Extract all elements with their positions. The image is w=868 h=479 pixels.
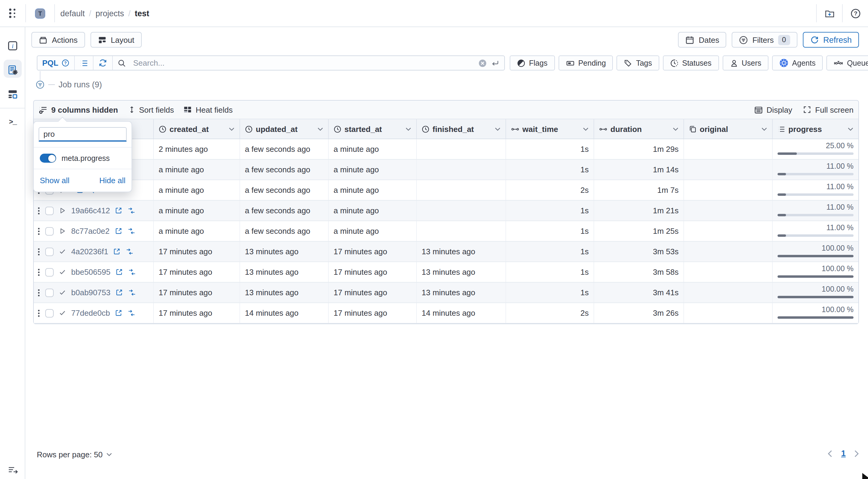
compare-run-icon[interactable] <box>128 288 136 297</box>
auto-refresh-button[interactable] <box>93 56 112 70</box>
row-checkbox[interactable] <box>45 247 54 256</box>
run-id-link[interactable]: b0ab90753 <box>71 288 111 297</box>
table-row[interactable]: 19a66c412 a minute ago a few seconds ago… <box>34 201 858 221</box>
header-started-at[interactable]: started_at <box>329 119 417 139</box>
run-id-link[interactable]: 19a66c412 <box>71 206 110 215</box>
table-row[interactable]: 8c77ac0e2 a minute ago a few seconds ago… <box>34 221 858 242</box>
flags-button[interactable]: Flags <box>510 56 555 70</box>
open-run-icon[interactable] <box>113 248 121 255</box>
breadcrumb-projects[interactable]: projects <box>96 9 124 18</box>
cell-progress: 11.00 % <box>773 201 858 220</box>
header-duration[interactable]: duration <box>594 119 684 139</box>
open-run-icon[interactable] <box>115 309 123 317</box>
compare-run-icon[interactable] <box>128 207 136 214</box>
header-created-at[interactable]: created_at <box>154 119 240 139</box>
row-checkbox[interactable] <box>45 268 54 276</box>
compare-run-icon[interactable] <box>127 227 135 235</box>
row-checkbox[interactable] <box>45 227 54 235</box>
progress-percent: 25.00 % <box>826 142 854 150</box>
compare-run-icon[interactable] <box>128 309 136 317</box>
open-run-icon[interactable] <box>115 207 123 214</box>
cell-wait-time: 1s <box>506 221 594 241</box>
breadcrumb-default[interactable]: default <box>60 9 85 18</box>
header-original[interactable]: original <box>684 119 773 139</box>
sort-fields-button[interactable]: Sort fields <box>128 105 174 114</box>
page-number[interactable]: 1 <box>841 449 846 458</box>
dates-button[interactable]: Dates <box>678 32 726 47</box>
add-project-folder-icon[interactable] <box>817 8 842 19</box>
table-row[interactable]: b0ab90753 17 minutes ago 13 minutes ago … <box>34 282 858 303</box>
open-run-icon[interactable] <box>115 288 123 297</box>
run-id-link[interactable]: 4a20236f1 <box>71 247 108 256</box>
row-menu-kebab-icon[interactable] <box>37 247 40 256</box>
row-checkbox[interactable] <box>45 309 54 317</box>
table-row[interactable]: 77dede0cb 17 minutes ago 14 minutes ago … <box>34 303 858 323</box>
open-run-icon[interactable] <box>114 227 122 235</box>
sidebar-info-button[interactable]: i <box>0 36 25 56</box>
row-menu-kebab-icon[interactable] <box>37 288 40 297</box>
heat-fields-button[interactable]: Heat fields <box>184 105 233 114</box>
sidebar-collapse-icon[interactable] <box>0 466 25 474</box>
saved-queries-button[interactable] <box>74 56 93 70</box>
queues-button[interactable]: Queues <box>826 56 868 70</box>
next-page-icon[interactable] <box>854 450 859 457</box>
agents-button[interactable]: Agents <box>772 56 823 70</box>
display-label: Display <box>767 105 792 114</box>
sidebar-runs-button[interactable] <box>0 60 25 80</box>
table-row[interactable]: 4a20236f1 17 minutes ago 13 minutes ago … <box>34 242 858 262</box>
table-row[interactable]: a minute ago a few seconds ago a minute … <box>34 180 858 201</box>
sidebar-terminal-button[interactable]: >_ <box>0 112 25 133</box>
queue-pipe-icon <box>834 59 843 67</box>
column-filter-input[interactable] <box>39 127 127 142</box>
header-progress[interactable]: progress <box>773 119 858 139</box>
avatar[interactable]: T <box>35 8 45 19</box>
cell-finished-at <box>417 139 506 159</box>
header-wait-time[interactable]: wait_time <box>506 119 594 139</box>
search-input[interactable] <box>131 56 473 70</box>
compare-run-icon[interactable] <box>128 268 136 276</box>
help-icon[interactable]: ? <box>843 8 868 19</box>
run-id-link[interactable]: 8c77ac0e2 <box>71 227 110 236</box>
refresh-button[interactable]: Refresh <box>803 32 859 47</box>
compare-run-icon[interactable] <box>126 248 134 255</box>
users-button[interactable]: Users <box>722 56 769 70</box>
column-toggle-row[interactable]: meta.progress <box>39 153 127 163</box>
row-menu-kebab-icon[interactable] <box>37 268 40 276</box>
divider <box>25 4 26 22</box>
prev-page-icon[interactable] <box>828 450 833 457</box>
row-menu-kebab-icon[interactable] <box>37 206 40 215</box>
full-screen-button[interactable]: Full screen <box>803 105 854 114</box>
table-row[interactable]: bbe506595 17 minutes ago 13 minutes ago … <box>34 262 858 282</box>
filters-button[interactable]: Filters 0 <box>732 32 798 47</box>
rows-per-page-button[interactable]: Rows per page: 50 <box>37 450 112 459</box>
column-toggle-switch[interactable] <box>40 153 56 163</box>
clear-search-icon[interactable] <box>478 59 487 67</box>
statuses-button[interactable]: Statuses <box>663 56 719 70</box>
open-run-icon[interactable] <box>115 268 123 276</box>
pending-button[interactable]: Pending <box>558 56 613 70</box>
group-filter-icon[interactable] <box>36 80 44 89</box>
pql-mode-button[interactable]: PQL ? <box>37 56 74 70</box>
hide-all-link[interactable]: Hide all <box>99 176 125 185</box>
row-menu-kebab-icon[interactable] <box>37 309 40 317</box>
cell-created-at: a minute ago <box>154 221 240 241</box>
columns-hidden-button[interactable]: 9 columns hidden <box>39 105 118 114</box>
row-checkbox[interactable] <box>45 288 54 297</box>
layout-button[interactable]: Layout <box>90 32 142 47</box>
actions-button[interactable]: Actions <box>31 32 85 47</box>
display-button[interactable]: Display <box>754 105 792 114</box>
header-updated-at[interactable]: updated_at <box>240 119 329 139</box>
sidebar-layout-button[interactable] <box>0 84 25 104</box>
tags-button[interactable]: Tags <box>617 56 659 70</box>
run-id-link[interactable]: bbe506595 <box>71 268 111 277</box>
row-menu-kebab-icon[interactable] <box>37 227 40 235</box>
table-row[interactable]: 2 minutes ago a few seconds ago a minute… <box>34 139 858 160</box>
run-id-link[interactable]: 77dede0cb <box>71 308 110 317</box>
app-menu-icon[interactable] <box>0 8 25 19</box>
show-all-link[interactable]: Show all <box>40 176 69 185</box>
table-row[interactable]: a minute ago a few seconds ago a minute … <box>34 160 858 180</box>
page-toolbar-right: Dates Filters 0 Refresh <box>678 32 859 47</box>
row-checkbox[interactable] <box>45 206 54 215</box>
header-finished-at[interactable]: finished_at <box>417 119 506 139</box>
group-label[interactable]: Job runs (9) <box>59 80 102 89</box>
